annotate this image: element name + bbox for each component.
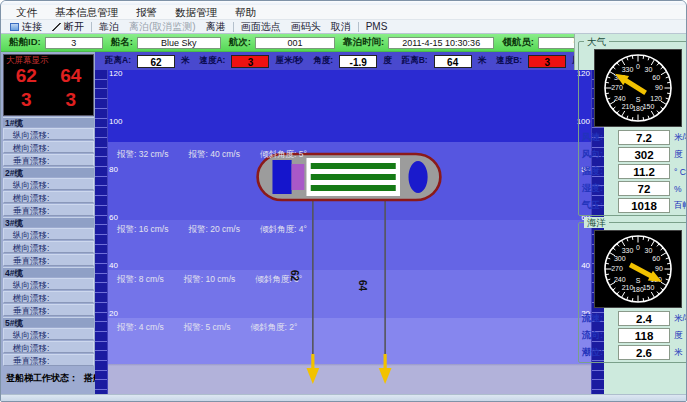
reading-label: 气压: [582, 199, 614, 212]
svg-text:60: 60 [652, 74, 660, 81]
connect-icon [10, 23, 19, 31]
svg-text:240: 240 [614, 276, 626, 283]
svg-text:180: 180 [632, 286, 644, 293]
drift-row[interactable]: 垂直漂移: [3, 204, 94, 216]
measure-unit: 厘米/秒 [275, 55, 303, 67]
toolbar-button-2[interactable]: 靠泊 [94, 20, 124, 34]
toolbar-separator [91, 22, 92, 32]
measure-value-alarm: 3 [528, 55, 566, 68]
svg-text:90: 90 [655, 84, 663, 91]
big-display-title: 大屏幕显示 [6, 55, 49, 67]
svg-text:210: 210 [621, 103, 633, 110]
toolbar-button-label: 取消 [331, 20, 351, 34]
bottom-strip [1, 394, 686, 402]
toolbar-separator [358, 22, 359, 32]
ocean-readings: 流速:2.4米/秒流向:118度潮位:2.6米 [582, 311, 687, 360]
cable-group-list: 1#缆纵向漂移:横向漂移:垂直漂移:2#缆纵向漂移:横向漂移:垂直漂移:3#缆纵… [3, 116, 94, 366]
drift-row[interactable]: 横向漂移: [3, 241, 94, 253]
info-field-input-2[interactable] [255, 37, 335, 49]
menu-item-1[interactable]: 基本信息管理 [46, 5, 127, 20]
reading-label: 风向: [582, 148, 614, 161]
compass-dial: 0306090120150180210240270300330S [595, 231, 681, 307]
drift-row[interactable]: 垂直漂移: [3, 154, 94, 166]
svg-text:150: 150 [642, 284, 654, 291]
cable-group-header-3: 3#缆 [3, 217, 94, 227]
toolbar-button-5[interactable]: 画面选点 [236, 20, 286, 34]
info-field-input-3[interactable] [388, 37, 494, 49]
toolbar-button-6[interactable]: 画码头 [286, 20, 326, 34]
drift-row[interactable]: 垂直漂移: [3, 254, 94, 266]
drift-row[interactable]: 横向漂移: [3, 191, 94, 203]
reading-unit: % [674, 184, 687, 194]
gangway-status-label: 登船梯工作状态： [6, 373, 78, 383]
reading-value: 72 [618, 181, 670, 196]
svg-text:300: 300 [614, 255, 626, 262]
reading-label: 流向: [582, 329, 614, 342]
drift-row[interactable]: 横向漂移: [3, 341, 94, 353]
drift-row[interactable]: 纵向漂移: [3, 328, 94, 340]
svg-text:150: 150 [642, 103, 654, 110]
measure-label: 速度B: [496, 55, 522, 67]
drift-row[interactable]: 纵向漂移: [3, 128, 94, 140]
reading-label: 湿度: [582, 182, 614, 195]
toolbar-button-label: PMS [366, 20, 388, 34]
gangway-status: 登船梯工作状态：搭船 [3, 372, 94, 385]
alarm-threshold-row: 报警: 8 cm/s报警: 10 cm/s倾斜角度: 3° [117, 274, 302, 286]
drift-row[interactable]: 垂直漂移: [3, 304, 94, 316]
menu-item-4[interactable]: 帮助 [226, 5, 265, 20]
distance-label-b: 64 [357, 280, 368, 291]
alarm-a-text: 报警: 4 cm/s [117, 322, 164, 334]
distance-label-a: 62 [289, 270, 300, 281]
toolbar-button-label: 离泊(取消监测) [129, 20, 196, 34]
reading-row: 潮位:2.6米 [582, 345, 687, 360]
reading-value: 2.6 [618, 345, 670, 360]
drift-row[interactable]: 横向漂移: [3, 141, 94, 153]
drift-row[interactable]: 纵向漂移: [3, 278, 94, 290]
alarm-a-text: 报警: 32 cm/s [117, 149, 168, 161]
menu-item-3[interactable]: 数据管理 [166, 5, 226, 20]
measure-unit: 米 [181, 55, 190, 67]
reading-value: 2.4 [618, 311, 670, 326]
reading-label: 风速: [582, 131, 614, 144]
toolbar-button-7[interactable]: 取消 [326, 20, 356, 34]
drift-row[interactable]: 横向漂移: [3, 291, 94, 303]
ship-stern-block [272, 160, 291, 194]
display-value: 62 [4, 65, 49, 87]
toolbar-button-label: 靠泊 [99, 20, 119, 34]
toolbar-button-label: 断开 [64, 20, 84, 34]
scale-tick-label: 20 [109, 309, 127, 318]
svg-text:60: 60 [652, 255, 660, 262]
berthing-chart: 1201201001008080606040402020报警: 32 cm/s报… [95, 70, 604, 394]
drift-row[interactable]: 垂直漂移: [3, 354, 94, 366]
reading-row: 流向:118度 [582, 328, 687, 343]
reading-unit: 米 [674, 347, 687, 359]
menu-item-2[interactable]: 报警 [127, 5, 166, 20]
tilt-angle-text: 倾斜角度: 2° [251, 322, 298, 334]
reading-row: 气压:1018百帕 [582, 198, 687, 213]
toolbar-button-1[interactable]: 断开 [47, 20, 89, 34]
reading-unit: 百帕 [674, 200, 687, 212]
info-field-input-1[interactable] [137, 37, 221, 49]
toolbar-button-8[interactable]: PMS [361, 20, 393, 34]
measure-label: 距离B: [402, 55, 428, 67]
reading-unit: ° C [674, 167, 687, 177]
cargo-stripe [311, 185, 396, 191]
measure-value: 62 [137, 55, 175, 68]
cable-group-header-4: 4#缆 [3, 267, 94, 277]
drift-row[interactable]: 纵向漂移: [3, 178, 94, 190]
display-value: 3 [49, 89, 94, 111]
toolbar-button-4[interactable]: 离港 [201, 20, 231, 34]
display-value: 3 [4, 89, 49, 111]
display-value: 64 [49, 65, 94, 87]
info-field-label: 靠泊时间: [343, 36, 384, 49]
toolbar-button-0[interactable]: 连接 [5, 20, 47, 34]
info-field-input-0[interactable] [45, 37, 103, 49]
cable-group-header-2: 2#缆 [3, 167, 94, 177]
menu-item-0[interactable]: 文件 [7, 5, 46, 20]
reading-label: 温度: [582, 165, 614, 178]
toolbar-separator [233, 22, 234, 32]
ocean-group: 海洋 0306090120150180210240270300330S 流速:2… [578, 222, 687, 363]
drift-row[interactable]: 纵向漂移: [3, 228, 94, 240]
alarm-a-text: 报警: 8 cm/s [117, 274, 164, 286]
arrow-down-icon [379, 368, 392, 384]
